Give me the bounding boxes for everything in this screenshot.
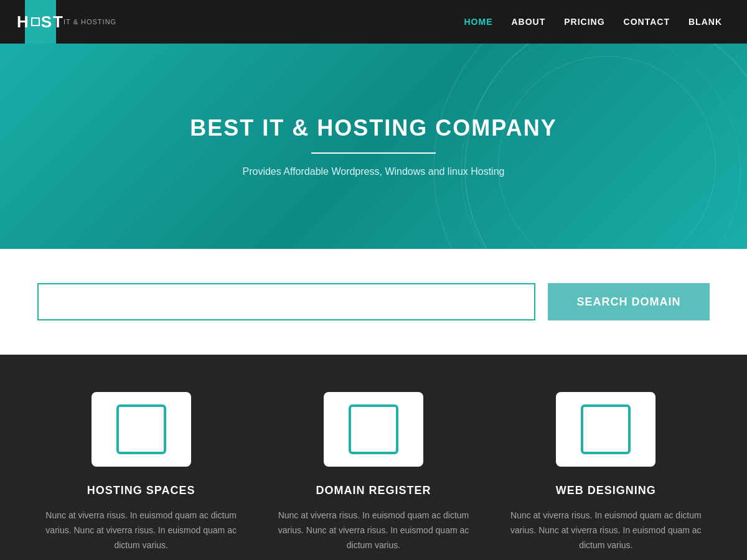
domain-search-input[interactable] (37, 283, 535, 320)
domain-title: DOMAIN REGISTER (316, 484, 431, 497)
nav-contact[interactable]: CONTACT (624, 17, 670, 27)
search-section: SEARCH DOMAIN (0, 249, 747, 355)
logo-text: H ST (17, 12, 64, 32)
domain-icon (349, 404, 398, 454)
logo-h: H (17, 12, 30, 32)
domain-icon-box (324, 392, 423, 467)
nav-about[interactable]: ABOUT (511, 17, 545, 27)
logo-area: H ST IT & HOSTING (25, 0, 116, 44)
logo-st: ST (41, 12, 64, 32)
search-domain-button[interactable]: SEARCH DOMAIN (548, 283, 710, 320)
nav-pricing[interactable]: PRICING (564, 17, 604, 27)
feature-card-webdesign: WEB DESIGNING Nunc at viverra risus. In … (506, 392, 705, 553)
logo-box: H ST (25, 0, 56, 44)
feature-card-hosting: HOSTING SPACES Nunc at viverra risus. In… (42, 392, 241, 553)
feature-card-domain: DOMAIN REGISTER Nunc at viverra risus. I… (274, 392, 473, 553)
hosting-icon-box (92, 392, 191, 467)
webdesign-title: WEB DESIGNING (556, 484, 656, 497)
hero-subtitle: Provides Affordable Wordpress, Windows a… (243, 166, 505, 177)
logo-subtitle: IT & HOSTING (63, 18, 116, 26)
webdesign-icon (581, 404, 631, 454)
header: H ST IT & HOSTING HOME ABOUT PRICING CON… (0, 0, 747, 44)
nav-home[interactable]: HOME (464, 17, 492, 27)
webdesign-icon-box (556, 392, 655, 467)
logo-square-icon (31, 17, 40, 26)
hero-ripple-1 (498, 56, 716, 249)
hero-ripple-2 (461, 44, 741, 249)
webdesign-description: Nunc at viverra risus. In euismod quam a… (506, 508, 705, 553)
hero-section: BEST IT & HOSTING COMPANY Provides Affor… (0, 44, 747, 249)
hosting-title: HOSTING SPACES (87, 484, 195, 497)
hosting-icon (116, 404, 166, 454)
domain-description: Nunc at viverra risus. In euismod quam a… (274, 508, 473, 553)
hero-divider (311, 152, 436, 154)
hero-title: BEST IT & HOSTING COMPANY (190, 115, 557, 141)
main-nav: HOME ABOUT PRICING CONTACT BLANK (464, 17, 722, 27)
features-section: HOSTING SPACES Nunc at viverra risus. In… (0, 355, 747, 560)
nav-blank[interactable]: BLANK (688, 17, 722, 27)
hosting-description: Nunc at viverra risus. In euismod quam a… (42, 508, 241, 553)
